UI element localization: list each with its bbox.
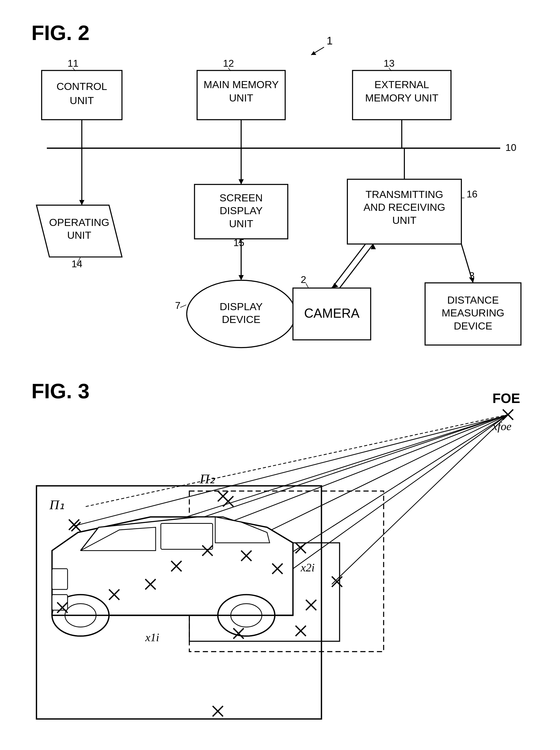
svg-marker-14 bbox=[79, 200, 84, 205]
xfoe-label: xfoe bbox=[492, 420, 512, 432]
transmitting-label: TRANSMITTING bbox=[365, 188, 443, 200]
svg-line-26 bbox=[306, 283, 308, 288]
foe-label: FOE bbox=[493, 391, 520, 406]
svg-marker-18 bbox=[239, 179, 244, 184]
screen-display-label3: UNIT bbox=[229, 218, 253, 229]
fig3-title: FIG. 3 bbox=[32, 379, 89, 403]
svg-rect-59 bbox=[52, 595, 67, 610]
pi1-label: Π₁ bbox=[49, 497, 65, 512]
distance-label: DISTANCE bbox=[447, 294, 499, 306]
screen-display-label: SCREEN bbox=[219, 192, 263, 203]
pi2-label: Π₂ bbox=[199, 471, 215, 486]
ext-memory-label: EXTERNAL bbox=[374, 79, 429, 90]
screen-display-label2: DISPLAY bbox=[220, 205, 263, 216]
distance-label3: DEVICE bbox=[454, 320, 492, 331]
operating-label2: UNIT bbox=[67, 229, 91, 241]
fig3-section: FIG. 3 FOE xfoe Π₁ bbox=[21, 374, 539, 750]
x2i-label: x2i bbox=[301, 561, 315, 574]
page: FIG. 2 1 10 CONTROL UNIT 11 MAIN MEMORY … bbox=[0, 0, 560, 750]
label-1: 1 bbox=[327, 35, 333, 47]
svg-line-39 bbox=[138, 414, 508, 532]
svg-line-31 bbox=[340, 244, 373, 288]
svg-marker-30 bbox=[332, 283, 338, 288]
main-memory-label2: UNIT bbox=[229, 92, 253, 104]
label-7: 7 bbox=[175, 300, 180, 311]
display-device-label2: DEVICE bbox=[222, 313, 260, 325]
label-11: 11 bbox=[67, 58, 78, 69]
transmitting-label2: AND RECEIVING bbox=[364, 201, 445, 213]
label-13: 13 bbox=[384, 58, 395, 69]
svg-line-29 bbox=[332, 244, 366, 288]
svg-rect-52 bbox=[161, 523, 213, 549]
label-2: 2 bbox=[301, 274, 306, 285]
label-12: 12 bbox=[223, 58, 234, 69]
distance-label2: MEASURING bbox=[441, 307, 504, 319]
transmitting-label3: UNIT bbox=[392, 215, 416, 226]
fig2-section: FIG. 2 1 10 CONTROL UNIT 11 MAIN MEMORY … bbox=[21, 16, 539, 369]
svg-marker-1 bbox=[311, 51, 316, 55]
svg-line-22 bbox=[180, 305, 186, 307]
camera-label: CAMERA bbox=[304, 306, 360, 320]
display-device-label: DISPLAY bbox=[220, 301, 263, 312]
control-unit-label2: UNIT bbox=[70, 95, 94, 106]
svg-line-44 bbox=[332, 414, 508, 584]
operating-label: OPERATING bbox=[49, 217, 109, 228]
control-unit-label: CONTROL bbox=[57, 81, 107, 92]
ext-memory-label2: MEMORY UNIT bbox=[365, 92, 438, 104]
svg-line-37 bbox=[86, 414, 508, 507]
svg-rect-58 bbox=[52, 569, 67, 589]
svg-line-33 bbox=[461, 244, 473, 283]
label-10: 10 bbox=[505, 142, 516, 153]
main-memory-label: MAIN MEMORY bbox=[203, 79, 279, 90]
svg-marker-24 bbox=[239, 275, 244, 280]
fig2-diagram: 1 10 CONTROL UNIT 11 MAIN MEMORY UNIT 12 bbox=[21, 16, 539, 369]
fig3-diagram: FOE xfoe Π₁ Π₂ bbox=[21, 374, 539, 750]
label-16: 16 bbox=[467, 188, 478, 200]
svg-line-90 bbox=[74, 415, 507, 526]
x1i-label: x1i bbox=[145, 631, 159, 644]
